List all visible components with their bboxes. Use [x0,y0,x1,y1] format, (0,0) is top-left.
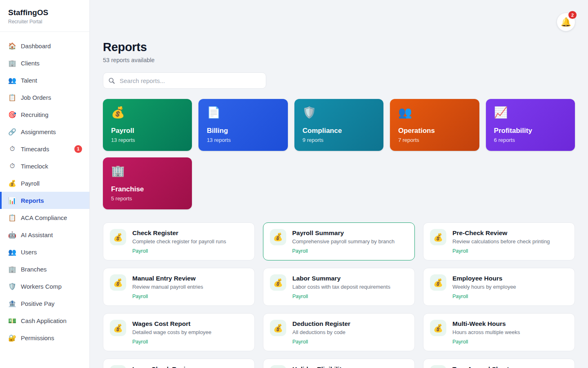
sidebar-item-talent[interactable]: 👥 Talent [0,72,89,89]
robot-icon: 🤖 [8,231,16,239]
sidebar-item-branches[interactable]: 🏢 Branches [0,260,89,278]
sidebar-item-label: Recruiting [21,111,49,118]
money-bag-icon: 💰 [111,107,184,119]
sidebar-item-positive-pay[interactable]: 🏦 Positive Pay [0,295,89,312]
category-name: Profitability [494,127,567,135]
clipboard-icon: 📋 [8,214,16,222]
report-category-tag: Payroll [292,248,395,254]
category-report-count: 9 reports [303,137,375,143]
sidebar-item-ai-assistant[interactable]: 🤖 AI Assistant [0,226,89,243]
report-title: Wages Cost Report [132,320,212,328]
sidebar-item-aca-compliance[interactable]: 📋 ACA Compliance [0,209,89,226]
report-description: Labor costs with tax deposit requirement… [292,284,390,290]
notifications-button[interactable]: 🔔 2 [557,13,575,31]
money-bag-icon: 💰 [113,278,123,287]
sidebar: StaffingOS Recruiter Portal 🏠 Dashboard … [0,0,90,368]
sidebar-item-label: Branches [21,266,47,273]
main-content: 🔔 2 Reports 53 reports available 💰 Payro… [90,0,588,368]
search-input[interactable] [119,77,261,85]
report-description: Weekly hours by employee [452,284,516,290]
app-title: StaffingOS [8,8,81,17]
sidebar-item-cash-application[interactable]: 💵 Cash Application [0,312,89,329]
report-card-multi-week-hours[interactable]: 💰 Multi-Week Hours Hours across multiple… [423,313,575,351]
report-icon-tile: 💰 [270,365,286,368]
money-bag-icon: 💰 [433,323,443,333]
report-category-tag: Payroll [132,339,212,345]
category-report-count: 13 reports [111,137,184,143]
sidebar-item-timecards[interactable]: ⏱ Timecards 1 [0,140,89,157]
sidebar-item-clients[interactable]: 🏢 Clients [0,54,89,72]
sidebar-item-assignments[interactable]: 🔗 Assignments [0,123,89,140]
sidebar-item-payroll[interactable]: 💰 Payroll [0,175,89,192]
search-box [103,72,266,89]
report-icon-tile: 💰 [110,320,126,336]
sidebar-item-workers-comp[interactable]: 🛡️ Workers Comp [0,278,89,295]
sidebar-item-badge: 1 [74,145,82,153]
report-title: Pre-Check Review [452,229,550,237]
report-card-wages-cost-report[interactable]: 💰 Wages Cost Report Detailed wage costs … [103,313,255,351]
bank-icon: 🏦 [8,300,16,307]
report-title: Multi-Week Hours [452,320,520,328]
sidebar-item-label: Cash Application [21,317,67,324]
report-card-payroll-summary[interactable]: 💰 Payroll Summary Comprehensive payroll … [263,222,415,260]
report-card-pre-check-review[interactable]: 💰 Pre-Check Review Review calculations b… [423,222,575,260]
report-title: Labor Summary [292,275,390,282]
page-subtitle: 53 reports available [103,57,575,63]
report-category-tag: Payroll [292,339,350,345]
report-description: Complete check register for payroll runs [132,238,226,245]
report-card-check-register[interactable]: 💰 Check Register Complete check register… [103,222,255,260]
sidebar-item-label: Clients [21,60,40,67]
money-bag-icon: 💰 [273,278,283,287]
sidebar-item-dashboard[interactable]: 🏠 Dashboard [0,37,89,54]
report-title: Manual Entry Review [132,275,203,282]
report-title: Turn Around Sheet [452,366,509,368]
category-card-compliance[interactable]: 🛡️ Compliance 9 reports [294,99,383,151]
report-card-manual-entry-review[interactable]: 💰 Manual Entry Review Review manual payr… [103,268,255,306]
report-description: Comprehensive payroll summary by branch [292,238,395,245]
report-card-turn-around-sheet[interactable]: 💰 Turn Around Sheet [423,359,575,368]
report-card-holiday-eligibility[interactable]: 💰 Holiday Eligibility [263,359,415,368]
category-card-franchise[interactable]: 🏢 Franchise 5 reports [103,157,192,209]
category-card-profitability[interactable]: 📈 Profitability 6 reports [486,99,575,151]
report-icon-tile: 💰 [110,365,126,368]
category-card-operations[interactable]: 👥 Operations 7 reports [390,99,479,151]
report-description: Hours across multiple weeks [452,329,520,335]
report-card-deduction-register[interactable]: 💰 Deduction Register All deductions by c… [263,313,415,351]
users-icon: 👥 [8,76,16,84]
report-category-tag: Payroll [132,294,203,299]
report-icon-tile: 💰 [110,229,126,245]
users-icon: 👥 [8,248,16,256]
report-icon-tile: 💰 [430,320,446,336]
sidebar-item-recruiting[interactable]: 🎯 Recruiting [0,106,89,123]
dollar-banknote-icon: 💵 [8,317,16,325]
report-card-employee-hours[interactable]: 💰 Employee Hours Weekly hours by employe… [423,268,575,306]
category-card-payroll[interactable]: 💰 Payroll 13 reports [103,99,192,151]
brand: StaffingOS Recruiter Portal [0,0,89,32]
report-icon-tile: 💰 [430,365,446,368]
report-icon-tile: 💰 [430,274,446,291]
sidebar-item-label: Job Orders [21,94,51,101]
report-category-tag: Payroll [132,248,226,254]
sidebar-item-label: ACA Compliance [21,214,67,221]
report-description: All deductions by code [292,329,350,335]
search-icon [108,77,115,84]
sidebar-item-label: Payroll [21,180,40,187]
bell-icon: 🔔 [561,17,571,27]
page-title: Reports [103,40,575,54]
category-grid: 💰 Payroll 13 reports 📄 Billing 13 report… [103,99,575,209]
report-category-tag: Payroll [452,248,550,254]
category-card-billing[interactable]: 📄 Billing 13 reports [198,99,287,151]
sidebar-item-timeclock[interactable]: ⏱ Timeclock [0,157,89,175]
sidebar-item-users[interactable]: 👥 Users [0,243,89,260]
report-card-large-check-review[interactable]: 💰 Large Check Review [103,359,255,368]
money-bag-icon: 💰 [433,233,443,242]
sidebar-item-permissions[interactable]: 🔐 Permissions [0,329,89,346]
lock-with-key-icon: 🔐 [8,334,16,342]
money-bag-icon: 💰 [273,323,283,333]
sidebar-item-job-orders[interactable]: 📋 Job Orders [0,89,89,106]
report-icon-tile: 💰 [430,229,446,245]
sidebar-item-reports[interactable]: 📊 Reports [0,192,89,209]
report-card-labor-summary[interactable]: 💰 Labor Summary Labor costs with tax dep… [263,268,415,306]
report-icon-tile: 💰 [270,320,286,336]
category-name: Payroll [111,127,184,135]
